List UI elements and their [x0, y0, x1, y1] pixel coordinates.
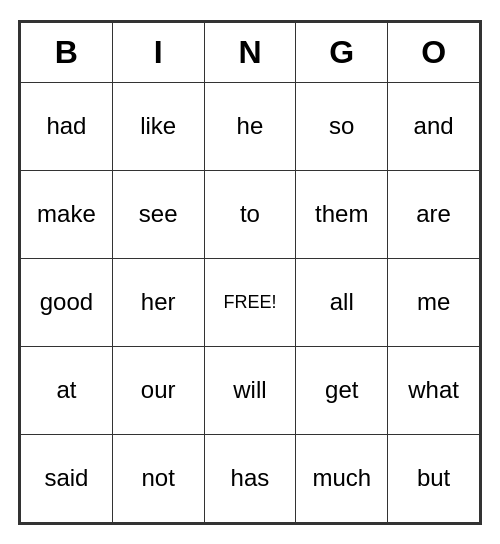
cell-4-3: much [296, 434, 388, 522]
cell-0-2: he [204, 82, 296, 170]
cell-2-1: her [112, 258, 204, 346]
cell-0-1: like [112, 82, 204, 170]
cell-3-0: at [21, 346, 113, 434]
cell-0-3: so [296, 82, 388, 170]
table-row: atourwillgetwhat [21, 346, 480, 434]
header-b: B [21, 22, 113, 82]
cell-3-1: our [112, 346, 204, 434]
cell-0-4: and [388, 82, 480, 170]
table-row: goodherFREE!allme [21, 258, 480, 346]
cell-4-1: not [112, 434, 204, 522]
cell-4-0: said [21, 434, 113, 522]
cell-1-3: them [296, 170, 388, 258]
cell-3-4: what [388, 346, 480, 434]
header-o: O [388, 22, 480, 82]
cell-4-2: has [204, 434, 296, 522]
bingo-body: hadlikehesoandmakeseetothemaregoodherFRE… [21, 82, 480, 522]
cell-4-4: but [388, 434, 480, 522]
cell-1-2: to [204, 170, 296, 258]
bingo-table: B I N G O hadlikehesoandmakeseetothemare… [20, 22, 480, 523]
cell-2-4: me [388, 258, 480, 346]
cell-2-0: good [21, 258, 113, 346]
cell-1-1: see [112, 170, 204, 258]
cell-1-0: make [21, 170, 113, 258]
table-row: hadlikehesoand [21, 82, 480, 170]
table-row: makeseetothemare [21, 170, 480, 258]
bingo-card: B I N G O hadlikehesoandmakeseetothemare… [18, 20, 482, 525]
header-i: I [112, 22, 204, 82]
cell-3-3: get [296, 346, 388, 434]
cell-2-2: FREE! [204, 258, 296, 346]
cell-0-0: had [21, 82, 113, 170]
header-n: N [204, 22, 296, 82]
header-row: B I N G O [21, 22, 480, 82]
table-row: saidnothasmuchbut [21, 434, 480, 522]
cell-1-4: are [388, 170, 480, 258]
header-g: G [296, 22, 388, 82]
cell-2-3: all [296, 258, 388, 346]
cell-3-2: will [204, 346, 296, 434]
